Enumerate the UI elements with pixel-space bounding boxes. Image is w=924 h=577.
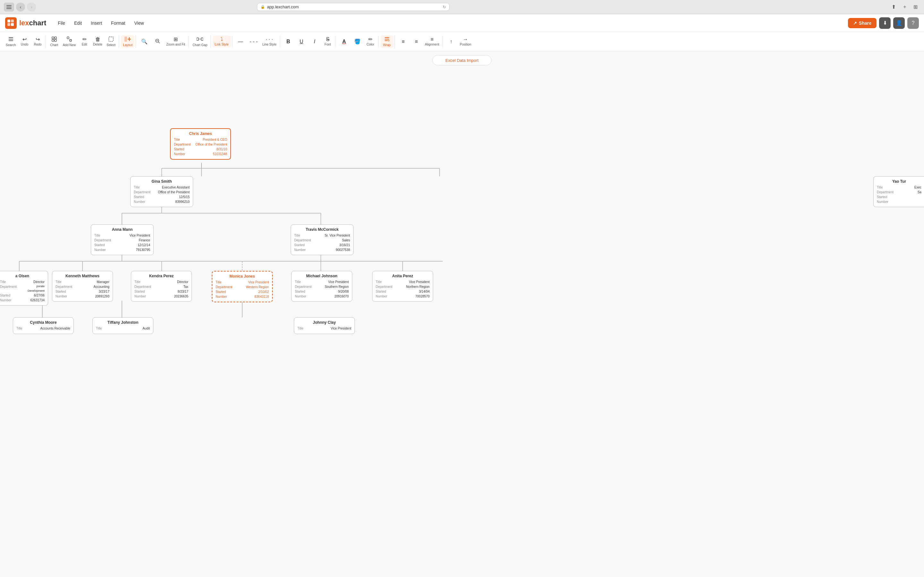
- node-cynthia-moore[interactable]: Cynthia Moore Title Accounts Receivable: [13, 318, 74, 334]
- line-dashed-icon: - - -: [250, 39, 258, 44]
- node-a-olsen[interactable]: a Olsen Title Director Department porate…: [0, 271, 48, 306]
- search-btn[interactable]: Search: [4, 35, 18, 48]
- svg-rect-13: [55, 39, 57, 41]
- chart-title-banner: Excel Data Import: [432, 55, 491, 65]
- new-tab-btn[interactable]: ＋: [900, 3, 909, 11]
- address-bar[interactable]: 🔒 app.lexchart.com ↻: [257, 3, 449, 11]
- select-label: Select: [107, 43, 115, 47]
- node-kendra-perez[interactable]: Kendra Perez Title Director Department T…: [131, 271, 192, 301]
- align-left-btn[interactable]: ≡: [397, 38, 410, 45]
- position-label: Position: [460, 43, 471, 46]
- nav-edit[interactable]: Edit: [70, 19, 86, 27]
- border-color-btn[interactable]: ✏ Color: [364, 35, 377, 47]
- align-right-btn[interactable]: ≡ Alignment: [423, 35, 441, 47]
- node-anna-mann[interactable]: Anna Mann Title Vice President Departmen…: [91, 224, 153, 255]
- svg-rect-27: [201, 38, 203, 40]
- undo-btn[interactable]: ↩ Undo: [18, 35, 31, 47]
- node-michael-johnson[interactable]: Michael Johnson Title Vice President Dep…: [291, 271, 352, 301]
- back-btn[interactable]: ‹: [16, 3, 25, 11]
- node-yao-tur[interactable]: Yao Tur Title Exec Department Sa Started…: [873, 176, 924, 207]
- chart-btn[interactable]: Chart: [48, 35, 61, 48]
- svg-rect-4: [11, 19, 14, 23]
- node-tiffany-johnston[interactable]: Tiffany Johnston Title Audit: [92, 318, 153, 334]
- undo-icon: ↩: [23, 37, 27, 42]
- node-johnny-clay[interactable]: Johnny Clay Title Vice President: [294, 318, 355, 334]
- toolbar-group-layout: Layout: [120, 35, 136, 48]
- chart-gap-btn[interactable]: Chart Gap: [191, 35, 209, 48]
- svg-rect-29: [384, 37, 389, 38]
- svg-rect-3: [7, 19, 10, 23]
- wrap-btn[interactable]: Wrap: [381, 35, 393, 48]
- svg-rect-14: [67, 37, 69, 39]
- font-color-btn[interactable]: A: [338, 38, 351, 45]
- share-icon: ↗: [853, 21, 857, 26]
- zoom-fit-label: Zoom and Fit: [166, 43, 185, 46]
- add-new-btn[interactable]: Add New: [61, 35, 78, 48]
- svg-rect-5: [7, 23, 10, 26]
- reload-icon[interactable]: ↻: [443, 5, 446, 9]
- svg-rect-26: [197, 38, 199, 40]
- chart-gap-label: Chart Gap: [192, 43, 207, 47]
- node-kenneth-matthews[interactable]: Kenneth Matthews Title Manager Departmen…: [52, 271, 113, 301]
- link-style-label: Link Style: [215, 43, 228, 46]
- line-style-dotted-btn[interactable]: · · · Line Style: [260, 35, 278, 47]
- delete-btn[interactable]: 🗑 Delete: [91, 35, 104, 47]
- node-travis-mccormick[interactable]: Travis McCormick Title Sr. Vice Presiden…: [291, 224, 354, 255]
- nav-format[interactable]: Format: [107, 19, 129, 27]
- nav-file[interactable]: File: [54, 19, 69, 27]
- share-button[interactable]: ↗ Share: [848, 18, 877, 28]
- strikethrough-btn[interactable]: S Font: [321, 35, 334, 47]
- wrap-icon: [384, 37, 389, 43]
- nav-insert[interactable]: Insert: [87, 19, 106, 27]
- zoom-fit-btn[interactable]: ⊞ Zoom and Fit: [164, 35, 187, 47]
- forward-btn[interactable]: ›: [27, 3, 36, 11]
- bold-btn[interactable]: B: [282, 38, 295, 45]
- border-color-icon: ✏: [368, 37, 373, 42]
- grid-btn[interactable]: ⊞: [911, 3, 920, 11]
- node-gina-smith[interactable]: Gina Smith Title Executive Assistant Dep…: [130, 176, 193, 207]
- layout-btn[interactable]: Layout: [121, 35, 134, 48]
- select-btn[interactable]: Select: [105, 35, 118, 48]
- position-up-btn[interactable]: ↑: [445, 38, 457, 45]
- help-btn[interactable]: ?: [907, 17, 919, 29]
- sidebar-toggle-btn[interactable]: [4, 3, 14, 11]
- node-monica-jones[interactable]: Monica Jones Title Vice President Depart…: [212, 271, 273, 302]
- redo-icon: ↪: [36, 37, 40, 42]
- search-label: Search: [6, 43, 16, 47]
- share-page-btn[interactable]: ⬆: [889, 3, 898, 11]
- user-btn[interactable]: 👤: [893, 17, 905, 29]
- download-btn[interactable]: ⬇: [879, 17, 891, 29]
- undo-label: Undo: [21, 43, 29, 46]
- node-anita-perez[interactable]: Anita Perez Title Vice President Departm…: [372, 271, 433, 301]
- alignment-label: Alignment: [425, 43, 439, 46]
- edit-btn[interactable]: ✏ Edit: [78, 35, 91, 47]
- underline-btn[interactable]: U: [295, 38, 308, 45]
- lock-icon: 🔒: [260, 5, 265, 9]
- canvas-area[interactable]: Excel Data Import: [0, 51, 924, 577]
- fill-color-btn[interactable]: 🪣: [351, 38, 364, 45]
- header-actions: ↗ Share ⬇ 👤 ?: [848, 17, 919, 29]
- line-style-dashed-btn[interactable]: - - -: [247, 38, 260, 45]
- zoom-out-btn[interactable]: [151, 37, 164, 46]
- svg-rect-1: [6, 7, 11, 7]
- chart-gap-icon: [197, 37, 203, 43]
- browser-chrome: ‹ › 🔒 app.lexchart.com ↻ ⬆ ＋ ⊞: [0, 0, 924, 14]
- italic-btn[interactable]: I: [309, 38, 321, 45]
- position-right-btn[interactable]: → Position: [458, 35, 473, 47]
- logo: lexchart: [5, 17, 46, 29]
- node-name-michael: Michael Johnson: [295, 274, 349, 278]
- line-style-solid-btn[interactable]: —: [234, 38, 247, 45]
- align-center-btn[interactable]: ≡: [410, 38, 423, 45]
- zoom-in-btn[interactable]: 🔍: [138, 38, 151, 45]
- chart-label: Chart: [50, 43, 58, 47]
- svg-line-24: [158, 42, 160, 43]
- node-chris-james[interactable]: Chris James Title President & CEO Depart…: [170, 128, 231, 160]
- nav-view[interactable]: View: [130, 19, 148, 27]
- svg-rect-6: [11, 23, 14, 26]
- share-label: Share: [859, 21, 871, 26]
- layout-icon: [124, 37, 131, 43]
- redo-btn[interactable]: ↪ Redo: [31, 35, 44, 47]
- node-name-anna: Anna Mann: [94, 227, 150, 232]
- node-name-johnny: Johnny Clay: [297, 320, 351, 325]
- link-style-btn[interactable]: ⤵ Link Style: [213, 35, 230, 47]
